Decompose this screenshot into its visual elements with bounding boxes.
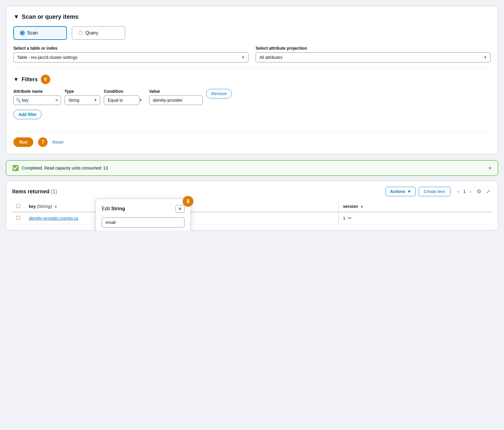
next-page-button[interactable]: › — [468, 188, 473, 195]
row-checkbox[interactable] — [16, 216, 20, 220]
type-col-label: Type — [65, 89, 100, 94]
chevron-down-icon: ▼ — [13, 13, 19, 20]
divider-1 — [13, 68, 491, 69]
table-select[interactable]: Table - res-jan19.cluster-settings — [13, 52, 248, 62]
attribute-name-col-label: Attribute name — [13, 89, 61, 94]
page-number: 1 — [463, 189, 466, 194]
table-container: key (String) ▼ version ▼ — [12, 201, 492, 224]
items-header: Items returned (1) Actions ▼ Create item… — [12, 187, 492, 196]
clear-icon[interactable]: ✕ — [55, 98, 59, 103]
items-controls: Actions ▼ Create item ‹ 1 › ⚙ ⤢ — [386, 187, 492, 196]
value-input[interactable] — [149, 95, 203, 105]
modal-header: Edit String ✕ — [102, 205, 184, 213]
modal-string-input[interactable] — [102, 217, 184, 227]
scan-radio-dot — [20, 31, 25, 35]
actions-button[interactable]: Actions ▼ — [386, 187, 416, 196]
modal-close-button[interactable]: ✕ — [176, 205, 184, 213]
success-banner: ✅ Completed. Read capacity units consume… — [6, 160, 498, 176]
modal-box: 8 Edit String ✕ Enter any string value. … — [96, 199, 191, 230]
query-radio-label: Query — [85, 30, 98, 36]
condition-select[interactable]: Equal to — [104, 95, 140, 105]
condition-col-label: Condition — [104, 89, 145, 94]
close-banner-button[interactable]: ✕ — [488, 165, 492, 171]
run-button[interactable]: Run — [13, 137, 33, 147]
settings-icon-button[interactable]: ⚙ — [475, 188, 483, 195]
pagination-row: ‹ 1 › ⚙ ⤢ — [456, 188, 492, 195]
select-all-checkbox-header[interactable] — [12, 201, 24, 212]
query-radio-dot — [78, 31, 83, 35]
table-select-group: Select a table or index Table - res-jan1… — [13, 46, 248, 62]
scan-radio-dot-inner — [21, 32, 24, 34]
filter-row-headers: Attribute name 🔍 ✕ Type String ▼ Conditi… — [13, 89, 491, 105]
items-panel: Items returned (1) Actions ▼ Create item… — [6, 181, 498, 230]
projection-select-group: Select attribute projection All attribut… — [256, 46, 491, 62]
row-checkbox-cell[interactable] — [12, 212, 24, 224]
divider-2 — [13, 131, 491, 131]
form-row: Select a table or index Table - res-jan1… — [13, 46, 491, 62]
table-label: Select a table or index — [13, 46, 248, 51]
version-cell: 1 ✏ — [339, 212, 492, 224]
reset-button[interactable]: Reset — [52, 140, 63, 145]
filters-title: Filters — [22, 76, 38, 83]
remove-filter-button[interactable]: Remove — [206, 89, 232, 98]
section-title: Scan or query items — [22, 13, 79, 20]
actions-button-label: Actions — [390, 189, 405, 194]
prev-page-button[interactable]: ‹ — [456, 188, 461, 195]
modal-title-type: String — [111, 206, 125, 211]
items-table: key (String) ▼ version ▼ — [12, 201, 492, 224]
version-column-header: version ▼ — [339, 201, 492, 212]
step-8-badge: 8 — [183, 196, 193, 207]
items-count: (1) — [51, 189, 57, 194]
step-7-badge: 7 — [38, 137, 48, 147]
version-sort-icon[interactable]: ▼ — [360, 205, 364, 208]
search-icon: 🔍 — [16, 98, 21, 103]
type-select[interactable]: String — [65, 95, 100, 105]
expand-icon-button[interactable]: ⤢ — [485, 188, 492, 195]
modal-title: Edit String — [102, 206, 125, 211]
items-title-group: Items returned (1) — [12, 189, 57, 195]
projection-label: Select attribute projection — [256, 46, 491, 51]
value-col-label: Value — [149, 89, 203, 94]
table-select-wrapper: Table - res-jan19.cluster-settings ▼ — [13, 52, 248, 62]
modal-hint: Enter any string value. — [102, 230, 184, 230]
scan-radio[interactable]: Scan — [13, 26, 67, 40]
key-value-link[interactable]: identity-provider.cognito.ss — [29, 216, 78, 221]
type-select-wrapper: String ▼ — [65, 95, 100, 105]
key-sort-icon[interactable]: ▼ — [54, 205, 57, 208]
table-row: identity-provider.cognito.ss 1 ✏ — [12, 212, 492, 224]
select-all-checkbox[interactable] — [16, 204, 20, 208]
query-radio[interactable]: Query — [72, 26, 125, 40]
filters-header: ▼ Filters 6 — [13, 75, 491, 84]
success-check-icon: ✅ — [12, 165, 19, 171]
projection-select[interactable]: All attributes — [256, 52, 491, 62]
attribute-name-input-wrapper: 🔍 ✕ — [13, 95, 61, 105]
success-text: Completed. Read capacity units consumed:… — [22, 166, 108, 170]
version-value: 1 — [343, 216, 345, 221]
modal-title-prefix: Edit — [102, 206, 111, 211]
filters-badge: 6 — [41, 75, 50, 84]
radio-group: Scan Query — [13, 26, 491, 40]
success-content: ✅ Completed. Read capacity units consume… — [12, 165, 108, 171]
projection-select-wrapper: All attributes ▼ — [256, 52, 491, 62]
scan-radio-label: Scan — [27, 30, 38, 36]
add-filter-button[interactable]: Add filter — [13, 110, 42, 119]
actions-dropdown-icon: ▼ — [407, 189, 411, 194]
condition-select-wrapper: Equal to ▼ — [104, 95, 145, 105]
create-item-button[interactable]: Create item — [419, 187, 450, 196]
run-reset-row: Run 7 Reset — [13, 137, 491, 147]
section-header: ▼ Scan or query items — [13, 13, 491, 20]
filters-chevron-icon: ▼ — [13, 76, 19, 83]
edit-string-modal: 8 Edit String ✕ Enter any string value. … — [96, 199, 191, 230]
edit-icon[interactable]: ✏ — [348, 215, 352, 221]
scan-query-panel: ▼ Scan or query items Scan Query Select … — [6, 6, 498, 154]
items-title: Items returned — [12, 189, 49, 194]
